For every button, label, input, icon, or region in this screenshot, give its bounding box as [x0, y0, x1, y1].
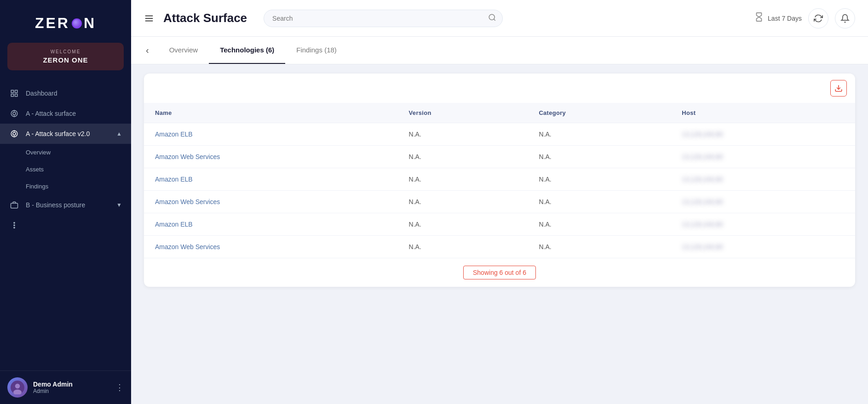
- cell-category: N.A.: [528, 236, 671, 258]
- briefcase-icon: [9, 201, 19, 209]
- sidebar-label-dashboard: Dashboard: [26, 90, 57, 97]
- cell-host: 13.126.240.80: [671, 168, 855, 191]
- cell-name[interactable]: Amazon Web Services: [144, 191, 398, 213]
- cell-name[interactable]: Amazon ELB: [144, 168, 398, 191]
- col-version: Version: [398, 103, 528, 123]
- svg-point-9: [13, 132, 16, 135]
- search-bar: [264, 10, 503, 27]
- page-header: Attack Surface Last 7 Days: [131, 0, 868, 37]
- technologies-card: Name Version Category Host Amazon ELBN.A…: [144, 74, 855, 287]
- page-content: Name Version Category Host Amazon ELBN.A…: [131, 64, 868, 404]
- cell-version: N.A.: [398, 123, 528, 146]
- user-more-button[interactable]: ⋮: [115, 382, 124, 393]
- user-info: Demo Admin Admin: [33, 381, 110, 394]
- cell-name[interactable]: Amazon Web Services: [144, 146, 398, 168]
- cell-name[interactable]: Amazon ELB: [144, 123, 398, 146]
- svg-point-13: [14, 222, 15, 223]
- back-button[interactable]: ‹: [144, 41, 151, 59]
- col-name: Name: [144, 103, 398, 123]
- sidebar-subitem-overview[interactable]: Overview: [0, 144, 131, 161]
- table-row: Amazon Web ServicesN.A.N.A.13.126.240.80: [144, 191, 855, 213]
- grid-icon: [9, 89, 19, 97]
- refresh-button[interactable]: [808, 8, 828, 28]
- hamburger-button[interactable]: [144, 13, 154, 23]
- date-filter-label: Last 7 Days: [768, 15, 802, 22]
- cell-host: 13.126.240.80: [671, 236, 855, 258]
- svg-rect-2: [11, 94, 13, 97]
- table-row: Amazon ELBN.A.N.A.13.126.240.80: [144, 123, 855, 146]
- welcome-box: WELCOME ZERON ONE: [7, 43, 124, 70]
- cell-version: N.A.: [398, 146, 528, 168]
- table-header-row: Name Version Category Host: [144, 103, 855, 123]
- cell-category: N.A.: [528, 213, 671, 236]
- cell-category: N.A.: [528, 146, 671, 168]
- card-toolbar: [144, 74, 855, 103]
- avatar: [7, 377, 28, 398]
- table-footer: Showing 6 out of 6: [144, 258, 855, 287]
- sidebar-item-more[interactable]: [0, 215, 131, 235]
- cell-category: N.A.: [528, 168, 671, 191]
- sidebar-sublabel-assets: Assets: [26, 166, 44, 173]
- tab-technologies[interactable]: Technologies (6): [209, 37, 285, 64]
- nav-menu: Dashboard A - Attack surface A - Attack …: [0, 80, 131, 370]
- chevron-down-icon: ▼: [116, 202, 122, 208]
- chevron-up-icon: ▲: [116, 131, 122, 137]
- search-icon: [488, 13, 496, 23]
- cell-host: 13.126.240.80: [671, 191, 855, 213]
- sidebar-sublabel-findings: Findings: [26, 183, 48, 190]
- tab-findings[interactable]: Findings (18): [285, 37, 348, 64]
- welcome-user: ZERON ONE: [15, 56, 116, 64]
- user-role: Admin: [33, 388, 110, 394]
- sidebar-subitem-assets[interactable]: Assets: [0, 161, 131, 178]
- svg-point-15: [14, 227, 15, 228]
- page-title: Attack Surface: [163, 11, 247, 25]
- showing-badge: Showing 6 out of 6: [463, 266, 536, 279]
- svg-rect-12: [11, 203, 18, 208]
- cell-version: N.A.: [398, 213, 528, 236]
- sidebar-item-attack-surface-v2[interactable]: A - Attack surface v2.0 ▲: [0, 124, 131, 144]
- download-button[interactable]: [830, 80, 847, 97]
- sidebar-item-business-posture[interactable]: B - Business posture ▼: [0, 195, 131, 215]
- sidebar-label-attack-surface: A - Attack surface: [26, 110, 76, 117]
- cell-name[interactable]: Amazon ELB: [144, 213, 398, 236]
- technologies-table: Name Version Category Host Amazon ELBN.A…: [144, 103, 855, 258]
- table-row: Amazon Web ServicesN.A.N.A.13.126.240.80: [144, 236, 855, 258]
- target-icon-2: [9, 130, 19, 138]
- search-input[interactable]: [264, 10, 503, 27]
- header-actions: Last 7 Days: [754, 8, 855, 28]
- logo: ZERN: [35, 15, 96, 32]
- date-filter[interactable]: Last 7 Days: [754, 12, 802, 24]
- sidebar-footer: Demo Admin Admin ⋮: [0, 370, 131, 404]
- cell-category: N.A.: [528, 123, 671, 146]
- svg-point-14: [14, 225, 15, 226]
- cell-version: N.A.: [398, 236, 528, 258]
- table-row: Amazon Web ServicesN.A.N.A.13.126.240.80: [144, 146, 855, 168]
- tabs-bar: ‹ Overview Technologies (6) Findings (18…: [131, 37, 868, 64]
- sidebar-item-attack-surface[interactable]: A - Attack surface: [0, 103, 131, 124]
- logo-area: ZERN: [0, 0, 131, 43]
- notification-button[interactable]: [835, 8, 855, 28]
- svg-line-23: [494, 19, 495, 20]
- sidebar-item-dashboard[interactable]: Dashboard: [0, 83, 131, 103]
- sidebar-subitem-findings[interactable]: Findings: [0, 178, 131, 195]
- cell-host: 13.126.240.80: [671, 146, 855, 168]
- col-host: Host: [671, 103, 855, 123]
- svg-rect-1: [15, 90, 17, 92]
- tab-overview[interactable]: Overview: [158, 37, 209, 64]
- sidebar: ZERN WELCOME ZERON ONE Dashboard A -: [0, 0, 131, 404]
- welcome-label: WELCOME: [15, 49, 116, 54]
- svg-rect-0: [11, 90, 13, 92]
- hourglass-icon: [754, 12, 764, 24]
- svg-point-5: [13, 112, 16, 115]
- sidebar-label-business-posture: B - Business posture: [26, 201, 85, 209]
- main-content: Attack Surface Last 7 Days: [131, 0, 868, 404]
- target-icon-1: [9, 109, 19, 118]
- table-row: Amazon ELBN.A.N.A.13.126.240.80: [144, 168, 855, 191]
- sidebar-sublabel-overview: Overview: [26, 149, 51, 156]
- cell-version: N.A.: [398, 168, 528, 191]
- table-row: Amazon ELBN.A.N.A.13.126.240.80: [144, 213, 855, 236]
- svg-point-22: [489, 14, 494, 20]
- user-name: Demo Admin: [33, 381, 110, 388]
- cell-name[interactable]: Amazon Web Services: [144, 236, 398, 258]
- svg-rect-3: [15, 94, 17, 97]
